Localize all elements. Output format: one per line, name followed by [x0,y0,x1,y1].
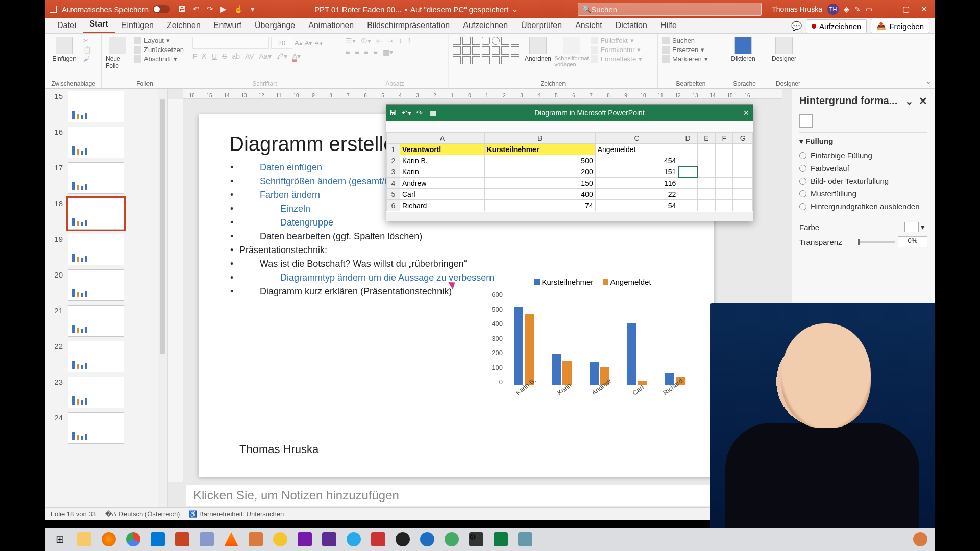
cell-F4[interactable] [716,178,733,189]
pane-dropdown-icon[interactable]: ⌄ [905,95,914,107]
cell-D1[interactable] [678,144,697,155]
cell-E1[interactable] [697,144,716,155]
quick-styles-button[interactable]: Schnellformat vorlagen [557,37,586,67]
format-painter-icon[interactable]: 🖌 [83,55,91,63]
slide-author[interactable]: Thomas Hruska [239,443,318,456]
cell-A2[interactable]: Karin B. [400,155,485,166]
tab-überprüfen[interactable]: Überprüfen [514,18,569,33]
transparency-slider[interactable] [859,241,895,243]
tab-datei[interactable]: Datei [51,18,83,33]
cell-G5[interactable] [733,189,753,200]
comments-icon[interactable]: 💬 [791,21,802,32]
cell-F3[interactable] [716,166,733,178]
app-icon-8[interactable] [244,530,267,549]
cell-E4[interactable] [697,178,716,189]
excel-icon[interactable] [489,530,512,549]
highlight-button[interactable]: 🖍▾ [277,52,287,60]
cell-D5[interactable] [678,189,697,200]
cell-E5[interactable] [697,189,716,200]
section-button[interactable]: Abschnitt ▾ [134,55,184,63]
strike-button[interactable]: S [222,52,227,60]
tab-hilfe[interactable]: Hilfe [654,18,683,33]
row-header-4[interactable]: 4 [387,178,400,189]
cell-C2[interactable]: 454 [595,155,678,166]
indent-right-button[interactable]: ⇥ [387,37,394,45]
select-button[interactable]: Markieren ▾ [662,55,708,63]
search-input[interactable] [591,5,757,14]
slide-thumbnail-23[interactable]: 23 [45,374,167,410]
text-direction-button[interactable]: ⤴ [407,37,411,45]
indent-left-button[interactable]: ⇤ [376,37,382,45]
cell-B3[interactable]: 200 [484,166,595,178]
ds-grid-icon[interactable]: ▦ [426,109,439,117]
cell-A4[interactable]: Andrew [400,178,485,189]
col-header-E[interactable]: E [697,133,716,144]
telegram-icon[interactable] [342,530,365,549]
vlc-icon[interactable] [220,530,242,549]
increase-font-icon[interactable]: A▴ [295,39,303,47]
from-beginning-icon[interactable]: ▶ [220,5,227,14]
close-icon[interactable]: ✕ [921,5,927,14]
powerpoint-icon[interactable] [171,530,193,549]
arrange-button[interactable]: Anordnen [523,37,553,62]
slide-thumbnail-21[interactable]: 21 [45,303,167,339]
cell-E2[interactable] [697,155,716,166]
file-explorer-icon[interactable] [73,530,95,549]
start-button[interactable]: ⊞ [48,530,71,549]
cell-G1[interactable] [733,144,753,155]
save-icon[interactable]: 🖫 [178,5,186,14]
minimize-icon[interactable]: — [884,5,891,14]
app-icon-13[interactable] [367,530,389,549]
app-icon-15[interactable] [416,530,438,549]
ds-save-icon[interactable]: 🖫 [386,109,400,117]
layout-button[interactable]: Layout ▾ [134,37,184,44]
replace-button[interactable]: Ersetzen ▾ [662,46,708,54]
bold-button[interactable]: F [192,52,197,60]
row-header-6[interactable]: 6 [387,200,400,211]
slide-position[interactable]: Folie 18 von 33 [51,510,96,518]
cell-D3[interactable] [678,166,697,178]
slide-thumbnail-17[interactable]: 17 [45,160,167,196]
data-grid[interactable]: ABCDEFG1VerantwortlKursteilnehmerAngemel… [386,132,753,211]
cell-A1[interactable]: Verantwortl [400,144,485,155]
justify-button[interactable]: ≡ [374,48,378,56]
decrease-font-icon[interactable]: A▾ [305,39,313,47]
accessibility-status[interactable]: ♿ Barrierefreiheit: Untersuchen [189,510,284,518]
tab-start[interactable]: Start [83,16,114,33]
thumbnail-scrollbar[interactable] [158,89,167,507]
cell-F1[interactable] [716,144,733,155]
datasheet-close-icon[interactable]: ✕ [740,109,753,117]
app-icon-6[interactable] [195,530,218,549]
col-header-A[interactable]: A [400,133,485,144]
cell-G3[interactable] [733,166,753,178]
maximize-icon[interactable]: ▢ [902,5,910,14]
avatar[interactable]: TH [827,4,839,15]
app-icon-9[interactable] [269,530,291,549]
fill-option-2[interactable]: Bild- oder Texturfüllung [799,174,927,187]
find-button[interactable]: Suchen [662,37,708,44]
font-size-select[interactable]: 20 [271,37,292,49]
cell-B6[interactable]: 74 [484,200,595,211]
diamond-icon[interactable]: ◈ [844,5,849,13]
row-header-2[interactable]: 2 [387,155,400,166]
fill-option-0[interactable]: Einfarbige Füllung [799,149,927,162]
cell-G6[interactable] [733,200,753,211]
shadow-button[interactable]: ab [232,52,240,60]
color-swatch[interactable] [904,222,919,232]
redo-icon[interactable]: ↷ [207,5,213,14]
cell-D6[interactable] [678,200,697,211]
col-header-B[interactable]: B [484,133,595,144]
document-title[interactable]: PPT 01 Roter Faden 00... • Auf "diesem P… [255,5,578,14]
datasheet-hscroll[interactable] [386,212,753,221]
touch-mode-icon[interactable]: ☝ [234,5,243,14]
windows-taskbar[interactable]: ⊞ ⚙ [45,528,935,551]
cell-E6[interactable] [697,200,716,211]
collapse-ribbon-icon[interactable]: ⌄ [925,77,932,85]
cell-A6[interactable]: Richard [400,200,485,211]
color-dropdown-icon[interactable]: ▾ [919,222,927,232]
outlook-icon[interactable] [146,530,169,549]
slide-thumbnail-20[interactable]: 20 [45,267,167,303]
cell-B4[interactable]: 150 [484,178,595,189]
tab-dictation[interactable]: Dictation [609,18,654,33]
app-icon-19[interactable] [514,530,536,549]
